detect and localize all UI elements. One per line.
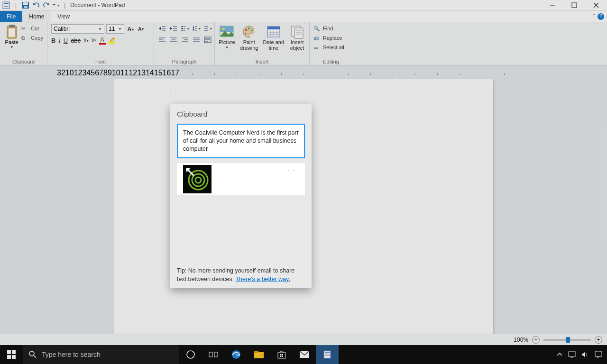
undo-icon[interactable]	[32, 1, 40, 9]
align-left-icon[interactable]	[158, 36, 166, 44]
chevron-down-icon: ▼	[225, 45, 229, 51]
align-center-icon[interactable]	[169, 36, 178, 44]
clipboard-tip: Tip: No more sending yourself email to s…	[177, 267, 305, 283]
task-view-icon[interactable]	[202, 345, 225, 364]
title-bar: | = | Document - WordPad	[0, 0, 607, 11]
qat-customize-icon[interactable]: =	[53, 1, 59, 9]
group-font: Calibri▼ 11▼ A▴ A▾ B I U abc X₂ X² A Fon…	[47, 22, 154, 65]
tab-view[interactable]: View	[51, 11, 76, 22]
tab-settings-icon[interactable]	[203, 24, 212, 33]
start-button[interactable]	[0, 345, 23, 364]
wordpad-taskbar-icon[interactable]	[316, 345, 339, 364]
status-bar: 100% − +	[0, 334, 607, 345]
replace-button[interactable]: abReplace	[313, 34, 342, 42]
copy-button[interactable]: ⧉Copy	[21, 34, 43, 42]
clipboard-item-menu-icon[interactable]: · · ·	[287, 127, 300, 135]
zoom-slider-thumb[interactable]	[566, 337, 570, 343]
clipboard-panel: Clipboard The Coalville Computer Nerd is…	[170, 104, 312, 288]
paragraph-dialog-icon[interactable]	[203, 36, 212, 44]
tab-file[interactable]: File	[0, 11, 22, 22]
quick-access-toolbar: | = |	[0, 1, 70, 9]
find-label: Find	[323, 26, 333, 31]
insert-datetime-label: Date and time	[263, 39, 284, 51]
save-icon[interactable]	[21, 1, 30, 9]
tab-home[interactable]: Home	[22, 11, 51, 22]
superscript-button[interactable]: X²	[92, 38, 96, 43]
insert-paint-button[interactable]: Paint drawing	[240, 24, 258, 51]
taskbar-search[interactable]: Type here to search	[23, 345, 179, 364]
grow-font-icon[interactable]: A▴	[126, 25, 135, 33]
maximize-button[interactable]	[563, 0, 585, 11]
find-button[interactable]: 🔍Find	[313, 24, 333, 33]
edge-icon[interactable]	[225, 345, 248, 364]
bold-button[interactable]: B	[51, 37, 55, 44]
font-name-combo[interactable]: Calibri▼	[51, 24, 104, 34]
help-icon[interactable]: ?	[598, 13, 604, 20]
clipboard-tip-link[interactable]: There's a better way.	[235, 276, 290, 282]
insert-picture-button[interactable]: Picture▼	[219, 24, 235, 51]
window-controls	[542, 0, 607, 11]
zoom-in-button[interactable]: +	[595, 336, 602, 344]
clipboard-item-image[interactable]: · · ·	[177, 163, 305, 195]
align-right-icon[interactable]	[181, 36, 189, 44]
group-insert: Picture▼ Paint drawing Date and time Ins…	[215, 22, 310, 65]
svg-rect-8	[572, 3, 577, 8]
line-spacing-icon[interactable]	[192, 24, 201, 33]
increase-indent-icon[interactable]	[169, 24, 178, 33]
svg-rect-3	[4, 6, 9, 7]
insert-object-button[interactable]: Insert object	[289, 24, 305, 51]
strikethrough-button[interactable]: abc	[71, 37, 81, 44]
group-label-font: Font	[51, 58, 150, 64]
taskbar-tray	[557, 351, 607, 358]
underline-button[interactable]: U	[64, 37, 68, 44]
highlight-button[interactable]	[109, 37, 115, 44]
network-icon[interactable]	[568, 351, 576, 358]
copy-icon: ⧉	[21, 35, 29, 41]
volume-icon[interactable]	[581, 351, 589, 358]
close-button[interactable]	[585, 0, 607, 11]
justify-icon[interactable]	[192, 36, 201, 44]
mail-icon[interactable]	[293, 345, 316, 364]
italic-button[interactable]: I	[58, 37, 60, 45]
svg-point-52	[245, 29, 247, 31]
svg-point-55	[245, 33, 247, 35]
subscript-button[interactable]: X₂	[83, 38, 89, 43]
svg-rect-80	[214, 352, 218, 357]
clipboard-panel-title: Clipboard	[177, 110, 305, 118]
redo-icon[interactable]	[42, 1, 51, 9]
decrease-indent-icon[interactable]	[158, 24, 166, 33]
bullet-list-icon[interactable]	[181, 24, 189, 33]
svg-point-21	[182, 28, 183, 29]
cortana-icon[interactable]	[179, 345, 202, 364]
group-editing: 🔍Find abReplace ▭Select all Editing	[310, 22, 352, 65]
store-icon[interactable]	[270, 345, 293, 364]
svg-rect-73	[12, 350, 16, 354]
ruler[interactable]: 32101234567891011121314151617▽△	[57, 69, 598, 76]
svg-rect-94	[569, 352, 575, 356]
clipboard-item-menu-icon[interactable]: · · ·	[288, 166, 301, 174]
insert-datetime-button[interactable]: Date and time	[263, 24, 284, 51]
cut-button[interactable]: ✂Cut	[21, 24, 43, 33]
zoom-out-button[interactable]: −	[532, 336, 540, 344]
group-label-clipboard: Clipboard	[4, 58, 43, 64]
collapse-ribbon-icon[interactable]: ˆ	[593, 14, 595, 19]
svg-rect-85	[280, 354, 282, 355]
svg-rect-84	[278, 353, 285, 358]
action-center-icon[interactable]	[595, 351, 602, 358]
shrink-font-icon[interactable]: A▾	[137, 25, 145, 33]
svg-point-76	[29, 351, 34, 356]
clipboard-item-text-content: The Coalville Computer Nerd is the first…	[183, 129, 298, 152]
svg-rect-12	[9, 25, 15, 27]
zoom-slider[interactable]	[543, 339, 591, 341]
zoom-percent: 100%	[514, 337, 528, 343]
font-size-combo[interactable]: 11▼	[106, 24, 124, 34]
svg-point-53	[248, 27, 250, 29]
clipboard-item-text[interactable]: The Coalville Computer Nerd is the first…	[177, 124, 305, 158]
tray-overflow-icon[interactable]	[557, 352, 562, 357]
qat-sep2: |	[64, 2, 65, 9]
paste-button[interactable]: Paste ▼	[4, 24, 19, 49]
select-all-button[interactable]: ▭Select all	[313, 43, 344, 52]
font-color-button[interactable]: A	[99, 36, 106, 45]
explorer-icon[interactable]	[248, 345, 270, 364]
minimize-button[interactable]	[542, 0, 563, 11]
